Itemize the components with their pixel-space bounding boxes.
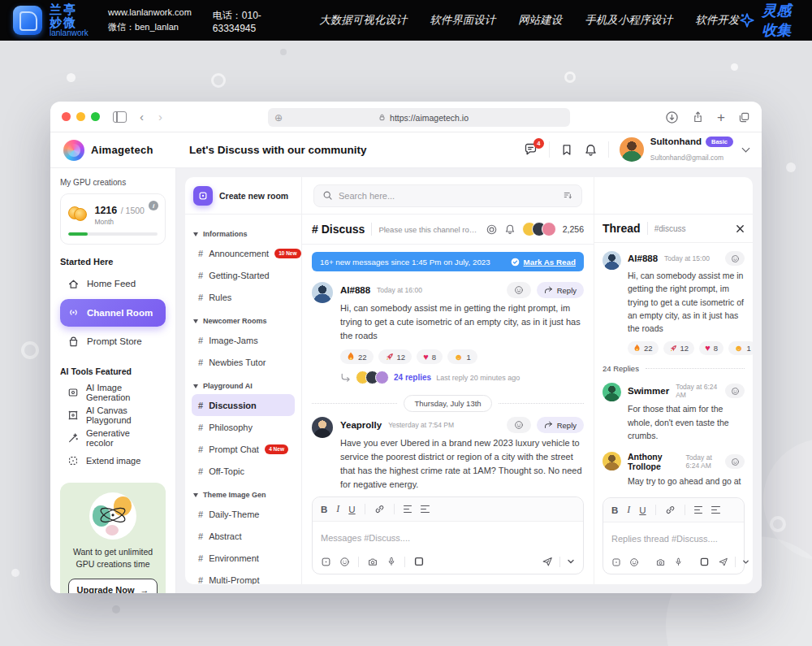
channel-rules[interactable]: # Rules [192,286,295,308]
search-bar[interactable] [313,184,582,207]
group-playground-ai[interactable]: Playground AI [193,382,293,390]
bookmark-icon[interactable] [560,143,573,157]
reply-button[interactable]: Reply [537,282,584,298]
sidebar-item-channel-room[interactable]: Channel Room [60,299,166,327]
link-icon[interactable] [374,504,385,514]
search-input[interactable] [339,191,557,201]
link-icon[interactable] [665,505,676,515]
minimize-window-button[interactable] [76,112,85,121]
thread-reply-input[interactable] [611,534,736,544]
channel-philosophy[interactable]: # Philosophy [192,416,295,438]
reaction-pill[interactable]: ♥ 8 [417,349,443,364]
user-menu[interactable]: Sultonhand Basic Sultonhand@gmail.com [620,137,749,163]
sidebar-item-generative-recolor[interactable]: Generative recolor [60,427,166,449]
share-icon[interactable] [692,111,704,124]
avatar[interactable] [603,452,621,470]
list-icon[interactable] [404,505,412,514]
channel-image-jams[interactable]: # Image-Jams [192,329,295,351]
close-icon[interactable] [736,224,745,233]
channel-announcement[interactable]: # Announcement 10 New [192,242,295,264]
channel-newbies-tutor[interactable]: # Newbies Tutor [192,351,295,373]
replies-count[interactable]: 24 replies [394,373,431,382]
channel-abstract[interactable]: # Abstract [192,525,295,547]
banner-nav-item[interactable]: 软件开发 [695,13,739,28]
chevron-down-icon[interactable] [567,557,575,566]
send-icon[interactable] [542,556,553,567]
close-window-button[interactable] [62,112,71,121]
add-reaction-button[interactable] [725,384,745,398]
browser-sidebar-icon[interactable] [113,111,127,123]
camera-icon[interactable] [367,557,378,567]
reaction-pill[interactable]: ♥ 8 [699,341,723,355]
bell-icon[interactable] [584,143,598,157]
camera-icon[interactable] [655,557,666,567]
reaction-pill[interactable]: ☻ 1 [728,341,753,355]
reaction-pill[interactable]: 12 [663,341,695,355]
sidebar-item-extend-image[interactable]: Extend image [60,449,166,472]
back-button[interactable]: ‹ [140,110,144,124]
italic-button[interactable]: I [627,504,630,516]
bold-button[interactable]: B [321,505,327,514]
screenshot-icon[interactable] [413,556,425,567]
channel-off-topic[interactable]: # Off-Topic [192,460,295,482]
avatar[interactable] [312,417,333,438]
emoji-icon[interactable] [339,557,350,567]
send-icon[interactable] [718,557,728,567]
mic-icon[interactable] [674,557,683,567]
mic-icon[interactable] [387,556,396,567]
group-theme-image-gen[interactable]: Theme Image Gen [193,491,293,499]
bell-icon[interactable] [504,223,516,235]
add-reaction-button[interactable] [507,282,531,298]
threads-target-icon[interactable] [486,223,498,236]
channel-prompt-chat[interactable]: # Prompt Chat 4 New [192,438,295,460]
address-bar[interactable]: ⊕ https://aimagetech.io [268,108,570,127]
channel-environment[interactable]: # Environment [192,547,295,569]
add-reaction-button[interactable] [507,417,531,433]
inspiration-collect-link[interactable]: 灵感收集 [739,1,799,40]
reply-button[interactable]: Reply [537,417,584,433]
list-icon[interactable] [694,506,702,514]
group-newcomer-rooms[interactable]: Newcomer Rooms [193,317,293,325]
upgrade-now-button[interactable]: Upgrade Now → [68,579,158,593]
filter-icon[interactable] [563,190,573,201]
screenshot-icon[interactable] [699,557,710,567]
add-icon[interactable] [611,557,621,567]
app-logo[interactable]: Aimagetech [50,140,176,161]
banner-nav-item[interactable]: 手机及小程序设计 [585,13,672,28]
info-icon[interactable]: i [149,201,158,210]
zoom-window-button[interactable] [91,112,100,121]
reaction-pill[interactable]: ☻ 1 [447,349,477,364]
bold-button[interactable]: B [611,505,618,515]
italic-button[interactable]: I [336,503,339,515]
channel-getting-started[interactable]: # Getting-Started [192,264,295,286]
sidebar-item-home-feed[interactable]: Home Feed [60,271,166,297]
mark-as-read-button[interactable]: Mark As Read [511,258,576,267]
align-left-icon[interactable] [711,506,720,514]
reaction-pill[interactable]: 22 [340,349,374,364]
member-avatars[interactable] [522,222,556,236]
avatar[interactable] [312,282,333,303]
emoji-icon[interactable] [629,557,639,567]
banner-nav-item[interactable]: 网站建设 [518,13,562,28]
sidebar-item-ai-canvas-playground[interactable]: AI Canvas Playgorund [60,404,166,427]
banner-nav-item[interactable]: 大数据可视化设计 [319,13,407,28]
add-icon[interactable] [321,557,331,567]
avatar[interactable] [603,383,621,401]
new-tab-button[interactable]: + [717,111,725,124]
reader-icon[interactable]: ⊕ [274,112,283,124]
tabs-icon[interactable] [738,111,750,124]
channel-discussion[interactable]: # Discussion [192,394,295,416]
create-new-room-button[interactable]: Create new room [185,177,302,215]
chevron-down-icon[interactable] [742,558,749,566]
sidebar-item-ai-image-generation[interactable]: AI Image Generation [60,381,166,404]
forward-button[interactable]: › [158,110,162,124]
group-informations[interactable]: Informations [193,230,293,238]
avatar[interactable] [603,251,621,270]
underline-button[interactable]: U [348,505,355,514]
messages-icon[interactable]: 4 [523,142,538,157]
thread-replies-link[interactable]: 24 replies Last reply 20 minutes ago [340,371,584,384]
add-reaction-button[interactable] [725,251,745,266]
add-reaction-button[interactable] [725,454,745,469]
align-left-icon[interactable] [421,505,430,514]
channel-daily-theme[interactable]: # Daily-Theme [192,503,295,525]
